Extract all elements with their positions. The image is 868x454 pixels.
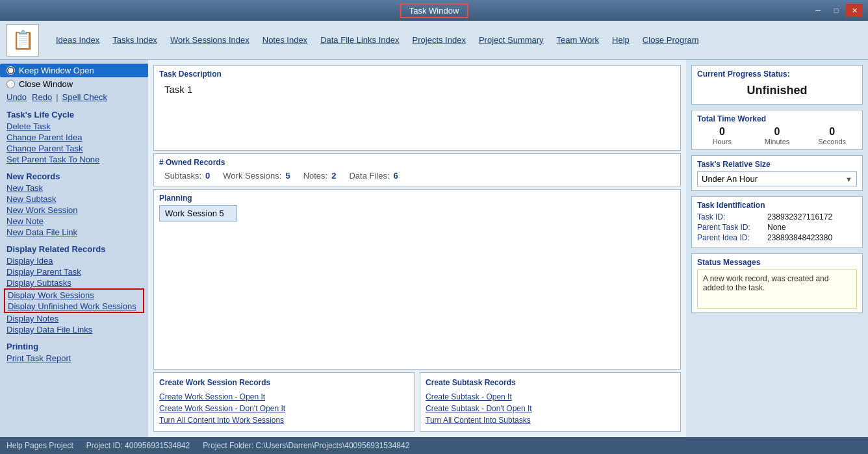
create-ws-open-link[interactable]: Create Work Session - Open It bbox=[159, 391, 409, 403]
sidebar: Keep Window Open Close Window Undo Redo … bbox=[0, 60, 148, 437]
data-files-item: Data Files: 6 bbox=[349, 171, 398, 181]
create-subtask-open-link[interactable]: Create Subtask - Open It bbox=[426, 391, 675, 403]
display-unfinished-work-sessions-link[interactable]: Display Unfinished Work Sessions bbox=[5, 301, 143, 312]
task-id-row: Task ID: 238932327116172 bbox=[697, 212, 857, 221]
task-id-value: 238932327116172 bbox=[767, 212, 832, 221]
total-time-title: Total Time Worked bbox=[697, 114, 857, 123]
hours-value: 0 bbox=[697, 126, 747, 138]
new-task-link[interactable]: New Task bbox=[0, 183, 148, 194]
new-note-link[interactable]: New Note bbox=[0, 216, 148, 227]
change-parent-task-link[interactable]: Change Parent Task bbox=[0, 143, 148, 154]
sidebar-keep-window-open[interactable]: Keep Window Open bbox=[0, 64, 148, 77]
hours-unit: 0 Hours bbox=[697, 126, 747, 145]
nav-notes-index[interactable]: Notes Index bbox=[256, 32, 314, 47]
data-files-value: 6 bbox=[394, 171, 398, 181]
nav-help[interactable]: Help bbox=[606, 32, 636, 47]
dropdown-arrow-icon: ▼ bbox=[845, 175, 852, 183]
hours-label: Hours bbox=[697, 138, 747, 145]
minutes-unit: 0 Minutes bbox=[752, 126, 802, 145]
status-messages-section: Status Messages A new work record, was c… bbox=[691, 253, 863, 313]
display-related-label: Display Related Records bbox=[0, 240, 148, 255]
nav-close-program[interactable]: Close Program bbox=[636, 32, 706, 47]
status-bar: Help Pages Project Project ID: 400956931… bbox=[0, 437, 868, 454]
owned-records-label: # Owned Records bbox=[159, 158, 675, 167]
parent-idea-id-row: Parent Idea ID: 238893848423380 bbox=[697, 233, 857, 242]
progress-title: Current Progress Status: bbox=[697, 69, 857, 79]
subtasks-item: Subtasks: 0 bbox=[164, 171, 210, 181]
identification-title: Task Identification bbox=[697, 201, 857, 210]
planning-box: Planning Work Session 5 bbox=[153, 189, 681, 370]
close-window-radio[interactable] bbox=[6, 80, 15, 88]
nav-tasks-index[interactable]: Tasks Index bbox=[106, 32, 164, 47]
task-id-label: Task ID: bbox=[697, 212, 762, 221]
keep-window-radio[interactable] bbox=[6, 66, 15, 75]
new-work-session-link[interactable]: New Work Session bbox=[0, 205, 148, 216]
create-subtasks-title: Create Subtask Records bbox=[426, 378, 675, 387]
planning-text[interactable]: Work Session 5 bbox=[159, 205, 237, 221]
nav-projects-index[interactable]: Projects Index bbox=[406, 32, 472, 47]
notes-value: 2 bbox=[331, 171, 336, 181]
minutes-value: 0 bbox=[752, 126, 802, 138]
seconds-label: Seconds bbox=[807, 138, 857, 145]
total-time-section: Total Time Worked 0 Hours 0 Minutes 0 Se… bbox=[691, 110, 863, 150]
nav-project-summary[interactable]: Project Summary bbox=[472, 32, 550, 47]
new-records-label: New Records bbox=[0, 168, 148, 183]
display-work-sessions-link[interactable]: Display Work Sessions bbox=[5, 290, 143, 301]
task-desc-text[interactable]: Task 1 bbox=[159, 81, 675, 146]
display-notes-link[interactable]: Display Notes bbox=[0, 313, 148, 324]
owned-records-row: Subtasks: 0 Work Sessions: 5 Notes: 2 Da… bbox=[159, 170, 675, 182]
status-message-text: A new work record, was created and added… bbox=[703, 274, 828, 292]
parent-idea-id-label: Parent Idea ID: bbox=[697, 233, 762, 242]
create-subtask-dont-open-link[interactable]: Create Subtask - Don't Open It bbox=[426, 403, 675, 414]
display-subtasks-link[interactable]: Display Subtasks bbox=[0, 277, 148, 288]
logo-icon: 📋 bbox=[12, 29, 34, 51]
relative-size-title: Task's Relative Size bbox=[697, 160, 857, 169]
redo-link[interactable]: Redo bbox=[32, 92, 52, 102]
owned-records-box: # Owned Records Subtasks: 0 Work Session… bbox=[153, 153, 681, 186]
nav-ideas-index[interactable]: Ideas Index bbox=[49, 32, 106, 47]
right-panel: Current Progress Status: Unfinished Tota… bbox=[686, 60, 868, 437]
create-ws-dont-open-link[interactable]: Create Work Session - Don't Open It bbox=[159, 403, 409, 414]
title-bar-center: Task Window bbox=[400, 3, 468, 18]
print-task-report-link[interactable]: Print Task Report bbox=[0, 353, 148, 364]
set-parent-task-none-link[interactable]: Set Parent Task To None bbox=[0, 154, 148, 165]
notes-item: Notes: 2 bbox=[303, 171, 337, 181]
nav-work-sessions-index[interactable]: Work Sessions Index bbox=[164, 32, 256, 47]
new-subtask-link[interactable]: New Subtask bbox=[0, 194, 148, 205]
status-project-id: Project ID: 400956931534842 bbox=[86, 441, 190, 450]
work-sessions-value: 5 bbox=[285, 171, 290, 181]
minutes-label: Minutes bbox=[752, 138, 802, 145]
subtasks-label: Subtasks: bbox=[164, 171, 201, 181]
nav-data-file-links-index[interactable]: Data File Links Index bbox=[314, 32, 405, 47]
undo-link[interactable]: Undo bbox=[6, 92, 27, 102]
main-nav: Ideas Index Tasks Index Work Sessions In… bbox=[49, 32, 706, 47]
status-project: Help Pages Project bbox=[6, 441, 73, 450]
sidebar-close-window[interactable]: Close Window bbox=[0, 77, 148, 91]
delete-task-link[interactable]: Delete Task bbox=[0, 121, 148, 132]
spell-check-link[interactable]: Spell Check bbox=[62, 92, 107, 102]
restore-button[interactable]: □ bbox=[828, 4, 845, 17]
parent-task-id-label: Parent Task ID: bbox=[697, 223, 762, 232]
progress-status-section: Current Progress Status: Unfinished bbox=[691, 65, 863, 105]
create-subtasks-panel: Create Subtask Records Create Subtask - … bbox=[420, 372, 681, 432]
status-project-folder: Project Folder: C:\Users\Darren\Projects… bbox=[203, 441, 409, 450]
nav-team-work[interactable]: Team Work bbox=[550, 32, 606, 47]
minimize-button[interactable]: ─ bbox=[810, 4, 826, 17]
parent-task-id-row: Parent Task ID: None bbox=[697, 223, 857, 232]
create-ws-turn-content-link[interactable]: Turn All Content Into Work Sessions bbox=[159, 414, 409, 426]
new-data-file-link-link[interactable]: New Data File Link bbox=[0, 227, 148, 238]
close-window-label: Close Window bbox=[19, 79, 73, 89]
window-title: Task Window bbox=[400, 3, 468, 18]
relative-size-dropdown[interactable]: Under An Hour ▼ bbox=[697, 171, 857, 186]
relative-size-value: Under An Hour bbox=[702, 174, 758, 184]
change-parent-idea-link[interactable]: Change Parent Idea bbox=[0, 132, 148, 143]
display-parent-task-link[interactable]: Display Parent Task bbox=[0, 266, 148, 277]
display-idea-link[interactable]: Display Idea bbox=[0, 255, 148, 266]
create-subtask-turn-content-link[interactable]: Turn All Content Into Subtasks bbox=[426, 414, 675, 426]
undo-redo-row: Undo Redo | Spell Check bbox=[0, 91, 148, 103]
close-button[interactable]: ✕ bbox=[846, 4, 863, 17]
title-bar: Task Window ─ □ ✕ bbox=[0, 0, 868, 21]
seconds-value: 0 bbox=[807, 126, 857, 138]
parent-task-id-value: None bbox=[767, 223, 786, 232]
display-data-file-links-link[interactable]: Display Data File Links bbox=[0, 324, 148, 335]
